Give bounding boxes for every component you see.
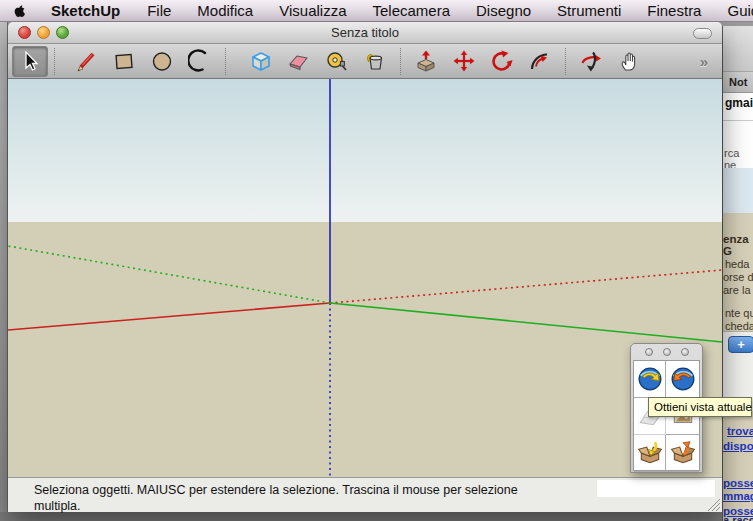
paint-bucket-icon [363,49,387,73]
status-bar: Seleziona oggetti. MAIUSC per estendere … [8,477,722,512]
orbit-tool-button[interactable] [572,46,610,77]
make-component-tool-button[interactable] [242,46,280,77]
offset-tool-button[interactable] [521,46,559,77]
arc-tool-button[interactable] [181,46,219,77]
link-fragment[interactable]: trova [727,425,753,437]
resize-grip[interactable] [706,498,720,511]
background-browser-window[interactable]: Not gmail rca ne enza G heda orse d are … [722,26,753,521]
red-axis-dotted [330,270,722,303]
menu-telecamera[interactable]: Telecamera [359,0,463,21]
measurements-field[interactable] [597,480,715,497]
rectangle-tool-button[interactable] [105,46,143,77]
get-current-view-button[interactable] [634,361,666,398]
toolbar-separator [565,48,566,75]
rotate-icon [490,49,514,73]
status-message: Seleziona oggetti. MAIUSC per estendere … [34,482,534,514]
toolbar-separator [54,48,55,75]
orbit-icon [579,49,603,73]
globe-yellow-arrow-icon [637,366,663,392]
select-cursor-icon [18,49,42,73]
component-cube-icon [249,49,273,73]
page-band [723,168,753,213]
search-text-fragment: rca ne [723,147,753,161]
move-icon [452,49,476,73]
rotate-tool-button[interactable] [483,46,521,77]
bottom-link-fragment[interactable]: a raccolta 3D? [723,514,753,521]
page-heading-fragment: enza G [723,233,753,247]
eraser-tool-button[interactable] [280,46,318,77]
tape-measure-icon [325,49,349,73]
text-fragment: heda [725,258,753,270]
divider [723,120,753,121]
apple-menu[interactable] [12,3,27,19]
link-fragment[interactable]: dispor [723,440,753,452]
push-pull-icon [414,49,438,73]
menu-modifica[interactable]: Modifica [184,0,266,21]
toolbar: » [8,44,722,79]
pan-hand-icon [617,49,641,73]
toolbar-toggle-button[interactable] [693,28,712,39]
screen: SketchUp File Modifica Visualizza Teleca… [0,0,753,521]
menu-finestra[interactable]: Finestra [634,0,714,21]
box-orange-arrow-icon [670,440,696,466]
green-axis-dotted [8,246,330,303]
arc-icon [188,49,212,73]
menu-visualizza[interactable]: Visualizza [266,0,359,21]
text-fragment: orse d [723,271,753,283]
green-axis-solid [330,303,722,342]
rectangle-icon [112,49,136,73]
pan-tool-button[interactable] [610,46,648,77]
viewport-3d[interactable] [8,79,722,477]
background-tab[interactable]: Not [723,72,753,93]
share-model-button[interactable] [666,435,699,472]
apple-icon [12,3,27,19]
text-fragment: nte qu [725,307,753,319]
push-pull-tool-button[interactable] [407,46,445,77]
account-text-fragment: gmail [723,96,753,112]
paint-bucket-tool-button[interactable] [356,46,394,77]
text-fragment: are la f [723,284,753,296]
background-window-chrome [723,26,753,72]
drawing-axes [8,79,722,477]
tooltip-ottieni-vista-attuale: Ottieni vista attuale [648,397,752,417]
tape-measure-tool-button[interactable] [318,46,356,77]
toolbar-overflow-chevron[interactable]: » [700,53,708,70]
add-button[interactable]: + [728,336,753,353]
toolbar-separator [225,48,226,75]
menu-bar: SketchUp File Modifica Visualizza Teleca… [0,0,753,22]
box-yellow-arrow-icon [637,440,663,466]
link-fragment[interactable]: mmagi [723,490,753,502]
title-bar[interactable]: Senza titolo [8,22,722,44]
palette-close-button[interactable] [645,348,653,356]
line-tool-button[interactable] [67,46,105,77]
palette-title-bar[interactable] [631,344,702,357]
link-fragment[interactable]: posse [723,477,753,489]
move-tool-button[interactable] [445,46,483,77]
palette-zoom-button[interactable] [681,348,689,356]
get-models-button[interactable] [634,435,666,472]
globe-orange-arrow-icon [670,366,696,392]
circle-icon [150,49,174,73]
background-window-left-edge [0,22,8,521]
eraser-icon [287,49,311,73]
menu-strumenti[interactable]: Strumenti [544,0,634,21]
share-view-button[interactable] [666,361,699,398]
red-axis-solid [8,303,330,330]
select-tool-button[interactable] [12,46,48,77]
toolbar-separator [400,48,401,75]
offset-icon [528,49,552,73]
window-title: Senza titolo [8,25,722,40]
pencil-icon [74,49,98,73]
sketchup-window: Senza titolo [8,22,722,512]
menu-sketchup[interactable]: SketchUp [37,0,134,21]
menu-guida[interactable]: Guida [714,0,753,21]
menu-disegno[interactable]: Disegno [463,0,544,21]
menu-file[interactable]: File [134,0,184,21]
palette-minimize-button[interactable] [663,348,671,356]
circle-tool-button[interactable] [143,46,181,77]
